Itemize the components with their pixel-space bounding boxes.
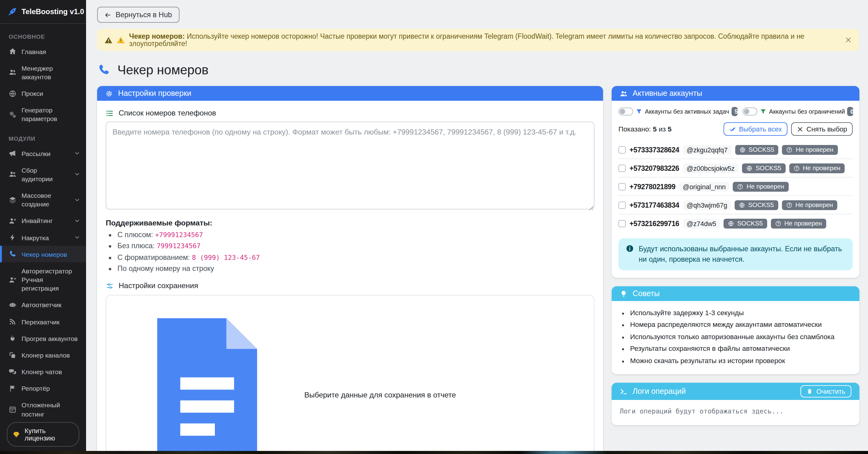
question-icon (794, 165, 800, 171)
sidebar-item-label: Клонер каналов (22, 351, 81, 359)
sidebar-item-label: Массовое создание (22, 191, 69, 208)
sidebar-item[interactable]: Массовое создание (0, 187, 86, 213)
sidebar-item[interactable]: Генератор параметров (0, 102, 86, 127)
sidebar-item-label: Прогрев аккаунтов (22, 334, 81, 343)
rocket-icon (7, 7, 17, 17)
phone-list-label: Список номеров телефонов (106, 109, 594, 117)
format-item: С форматированием: 8 (999) 123-45-67 (117, 253, 594, 261)
users-icon (620, 89, 628, 97)
account-checkbox[interactable] (618, 164, 626, 172)
chevron-down-icon (74, 172, 80, 177)
format-code: 79991234567 (157, 242, 201, 250)
formats-list: С плюсом: +79991234567 Без плюса: 799912… (117, 230, 594, 273)
account-status-badge: Не проверен (782, 145, 838, 155)
account-checkbox[interactable] (618, 220, 626, 227)
account-checkbox[interactable] (618, 183, 626, 190)
logs-placeholder: Логи операций будут отображаться здесь..… (612, 400, 859, 425)
tip-item: Используются только авторизованные аккау… (630, 333, 851, 340)
sidebar-item-icon (9, 149, 17, 157)
sidebar-item-icon (9, 196, 17, 204)
desktop-wallpaper-strip (0, 451, 868, 454)
active-accounts-panel: Активные аккаунты Аккаунты без активных … (612, 86, 859, 278)
sidebar-item-label: Менеджер аккаунтов (22, 64, 81, 81)
clear-logs-button[interactable]: Очистить (800, 385, 851, 397)
sidebar-item[interactable]: Отложенный постинг (0, 397, 86, 422)
warning-banner: Чекер номеров: Используйте чекер номеров… (97, 29, 859, 51)
buy-license-label: Купить лицензию (25, 427, 74, 442)
account-username-badge: @zkgu2qqfq7 (683, 145, 732, 155)
account-checkbox[interactable] (618, 201, 626, 208)
filter-limits-label: Аккаунты без ограничений (769, 108, 845, 115)
warning-triangle-icon (117, 36, 125, 44)
sidebar-item-icon (9, 368, 17, 376)
sidebar-module-items: Рассылки Сбор аудитории Массовое создани… (0, 145, 86, 422)
back-to-hub-button[interactable]: Вернуться в Hub (97, 7, 179, 23)
account-phone: +573337328624 (629, 146, 679, 153)
file-icon (115, 303, 299, 451)
sidebar-item[interactable]: Чекер номеров (0, 246, 86, 262)
select-all-button[interactable]: Выбрать всех (723, 122, 787, 136)
chevron-down-icon (74, 218, 80, 224)
page-title: Чекер номеров (97, 63, 859, 77)
tips-panel: Советы Используйте задержку 1-3 секунды … (612, 286, 859, 374)
tip-item: Используйте задержку 1-3 секунды (630, 309, 851, 316)
filter-limits-toggle[interactable] (743, 107, 757, 116)
formats-title: Поддерживаемые форматы: (106, 219, 594, 227)
chevron-down-icon (74, 151, 80, 156)
chevron-down-icon (74, 235, 80, 240)
tips-header: Советы (612, 286, 859, 301)
account-list: +573337328624 @zkgu2qqfq7 SOCKS5 Не пров… (612, 141, 859, 232)
account-row: +79278021899 @original_nnn Не проверен (618, 177, 852, 196)
sliders-icon (106, 282, 114, 290)
supported-formats: Поддерживаемые форматы: С плюсом: +79991… (106, 219, 594, 273)
close-icon[interactable] (845, 36, 852, 44)
sidebar-item-icon (9, 318, 17, 326)
main-content: Вернуться в Hub Чекер номеров: Используй… (86, 0, 868, 451)
sidebar-item-label: Чекер номеров (22, 250, 81, 258)
account-checkbox[interactable] (618, 146, 626, 153)
sidebar-item[interactable]: Клонер чатов (0, 363, 86, 380)
globe-icon (728, 220, 734, 226)
sidebar-item-label: Накрутка (22, 233, 69, 242)
format-item: Без плюса: 79991234567 (117, 241, 594, 250)
sidebar-item-label: Авторегистратор Ручная регистрация (22, 267, 81, 293)
question-icon (775, 220, 781, 226)
back-to-hub-label: Вернуться в Hub (116, 10, 172, 19)
sidebar-item[interactable]: Менеджер аккаунтов (0, 60, 86, 85)
warning-icon (104, 36, 113, 44)
sidebar-item[interactable]: Сбор аудитории (0, 162, 86, 187)
sidebar-item[interactable]: Главная (0, 43, 86, 60)
sidebar-item[interactable]: Перехватчик (0, 313, 86, 330)
sidebar-item[interactable]: Инвайтинг (0, 213, 86, 229)
question-icon (786, 202, 793, 208)
funnel-icon (760, 108, 767, 115)
filter-tasks-toggle[interactable] (618, 107, 633, 116)
account-status-badge: Не проверен (789, 163, 845, 173)
account-row: +573216299716 @z74dw5 SOCKS5 Не проверен (618, 215, 852, 232)
sidebar-item[interactable]: Клонер каналов (0, 347, 86, 363)
sidebar-item[interactable]: Рассылки (0, 145, 86, 162)
globe-icon (739, 147, 745, 153)
account-phone: +573177463834 (629, 201, 679, 208)
phone-numbers-input[interactable] (106, 122, 594, 209)
filter-limits-count: 0 (847, 107, 854, 116)
app-window: TeleBoosting v1.0 ОСНОВНОЕ Главная Менед… (0, 0, 868, 454)
brand: TeleBoosting v1.0 (0, 0, 86, 24)
sidebar-item-label: Инвайтинг (22, 217, 69, 225)
account-proxy-badge: SOCKS5 (735, 145, 779, 155)
sidebar-item[interactable]: Прогрев аккаунтов (0, 330, 86, 347)
filter-tasks-count: 5 (732, 107, 738, 116)
clear-selection-button[interactable]: Снять выбор (791, 122, 852, 136)
sidebar-item[interactable]: Авторегистратор Ручная регистрация (0, 263, 86, 297)
buy-license-button[interactable]: Купить лицензию (7, 422, 79, 447)
account-phone: +79278021899 (629, 183, 675, 190)
tips-list: Используйте задержку 1-3 секунды Номера … (612, 301, 859, 374)
sidebar-item-icon (9, 217, 17, 225)
sidebar-item[interactable]: Прокси (0, 85, 86, 102)
sidebar-item[interactable]: Репортёр (0, 380, 86, 397)
account-proxy-badge: SOCKS5 (742, 163, 786, 173)
tip-item: Можно скачать результаты из истории пров… (630, 357, 851, 364)
sidebar-item[interactable]: Накрутка (0, 229, 86, 246)
sidebar-item[interactable]: Автоответчик (0, 297, 86, 313)
sidebar-item-icon (9, 68, 17, 76)
